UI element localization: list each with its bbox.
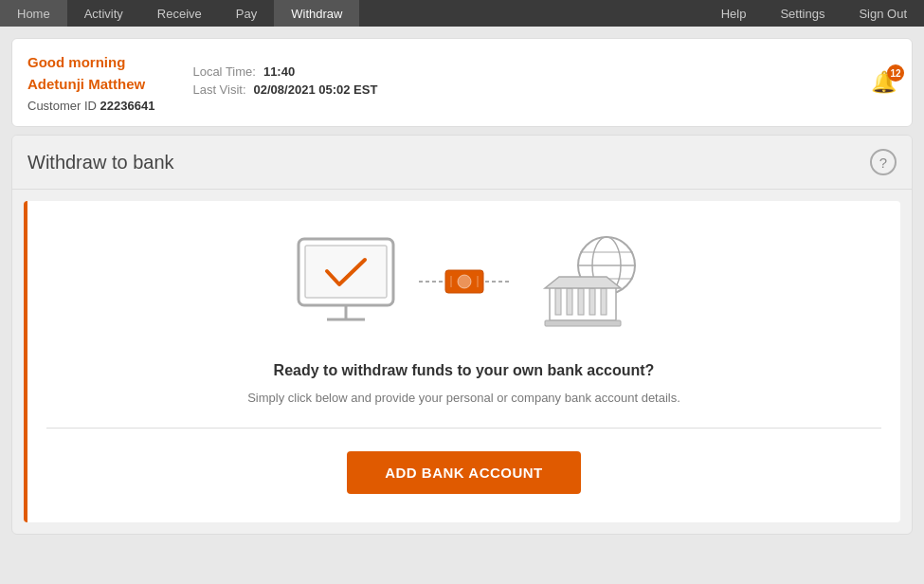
time-info: Local Time: 11:40 Last Visit: 02/08/2021… xyxy=(192,64,377,100)
nav-help[interactable]: Help xyxy=(704,0,764,27)
nav-activity[interactable]: Activity xyxy=(67,0,140,27)
last-visit-row: Last Visit: 02/08/2021 05:02 EST xyxy=(192,82,377,97)
divider xyxy=(46,428,881,429)
svg-rect-22 xyxy=(545,320,621,326)
svg-marker-21 xyxy=(545,277,621,288)
user-info: Good morning Adetunji Matthew Customer I… xyxy=(27,52,154,113)
svg-rect-20 xyxy=(601,288,607,315)
withdraw-subtitle: Simply click below and provide your pers… xyxy=(247,391,680,405)
nav-withdraw[interactable]: Withdraw xyxy=(274,0,359,27)
customer-id-label: Customer ID 22236641 xyxy=(27,99,154,113)
main-panel: Withdraw to bank ? xyxy=(11,135,913,535)
money-transfer-icon xyxy=(417,253,512,310)
greeting-text: Good morning xyxy=(27,52,154,74)
illustration xyxy=(284,229,644,334)
user-name: Adetunji Matthew xyxy=(27,74,154,96)
last-visit-value: 02/08/2021 05:02 EST xyxy=(254,82,378,97)
withdraw-title: Ready to withdraw funds to your own bank… xyxy=(274,362,655,379)
nav-pay[interactable]: Pay xyxy=(219,0,274,27)
svg-rect-1 xyxy=(305,246,387,298)
local-time-label: Local Time: xyxy=(192,64,255,79)
content-area: Ready to withdraw funds to your own bank… xyxy=(24,201,900,522)
monitor-icon xyxy=(284,229,408,334)
bank-globe-icon xyxy=(521,229,644,334)
help-button[interactable]: ? xyxy=(870,149,897,175)
nav-receive[interactable]: Receive xyxy=(140,0,219,27)
panel-title: Withdraw to bank xyxy=(27,152,174,173)
customer-id-value: 22236641 xyxy=(100,99,155,113)
panel-header: Withdraw to bank ? xyxy=(12,136,912,190)
nav-settings[interactable]: Settings xyxy=(763,0,842,27)
add-bank-account-button[interactable]: ADD BANK ACCOUNT xyxy=(347,451,581,494)
notification-bell[interactable]: 🔔 12 xyxy=(871,70,897,95)
nav-home[interactable]: Home xyxy=(0,0,67,27)
svg-rect-16 xyxy=(555,288,561,315)
local-time-value: 11:40 xyxy=(263,64,295,79)
notification-badge: 12 xyxy=(887,64,904,82)
svg-rect-17 xyxy=(567,288,572,315)
svg-point-7 xyxy=(458,275,471,288)
nav-signout[interactable]: Sign Out xyxy=(842,0,924,27)
nav-right: Help Settings Sign Out xyxy=(704,0,924,27)
svg-rect-18 xyxy=(578,288,584,315)
header-panel: Good morning Adetunji Matthew Customer I… xyxy=(11,38,913,127)
local-time-row: Local Time: 11:40 xyxy=(192,64,377,79)
navbar: Home Activity Receive Pay Withdraw Help … xyxy=(0,0,924,27)
last-visit-label: Last Visit: xyxy=(192,82,245,97)
svg-rect-19 xyxy=(589,288,595,315)
